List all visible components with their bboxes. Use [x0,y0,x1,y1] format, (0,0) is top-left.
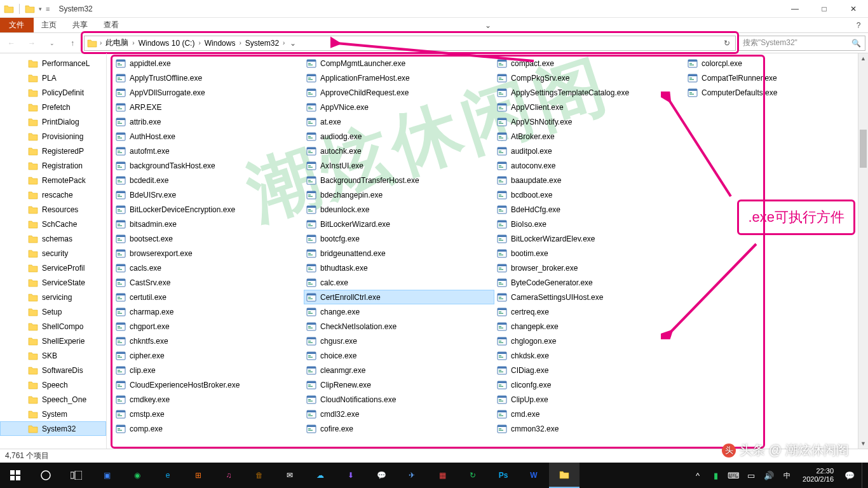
file-item[interactable]: change.exe [304,304,494,319]
tray-volume-icon[interactable]: 🔊 [763,470,775,481]
file-item[interactable]: browser_broker.exe [494,261,685,275]
tree-item[interactable]: PLA [0,71,106,85]
taskbar-app[interactable]: ✉ [275,463,305,488]
tray-ime-icon[interactable]: ⌨ [728,470,739,481]
scroll-down-icon[interactable]: ▼ [858,438,868,449]
file-item[interactable]: audiodg.exe [304,129,494,144]
breadcrumb[interactable]: Windows 10 (C:) [137,39,196,48]
file-item[interactable]: ARP.EXE [113,100,304,114]
file-item[interactable]: calc.exe [304,275,494,290]
up-button[interactable]: ↑ [64,35,81,51]
file-item[interactable]: cleanmgr.exe [304,363,494,377]
file-item[interactable]: autochk.exe [304,144,494,158]
file-item[interactable]: chglogon.exe [494,334,685,348]
file-item[interactable]: cliconfg.exe [494,377,685,392]
taskbar-explorer[interactable] [549,463,580,488]
ribbon-expand-icon[interactable]: ⌄ [478,18,498,32]
chevron-right-icon[interactable]: › [280,39,287,46]
navigation-tree[interactable]: PerformanceLPLAPolicyDefinitPrefetchPrin… [0,53,107,449]
tree-item[interactable]: Registration [0,158,106,173]
file-item[interactable]: auditpol.exe [494,144,685,158]
file-item[interactable]: bdechangepin.exe [304,187,494,202]
tree-item[interactable]: ShellExperie [0,334,106,348]
file-item[interactable]: CompMgmtLauncher.exe [304,56,494,71]
file-item[interactable]: chgusr.exe [304,334,494,348]
file-item[interactable]: bridgeunattend.exe [304,246,494,261]
tray-app-icon[interactable]: ▮ [710,470,721,481]
tree-item[interactable]: ServiceProfil [0,261,106,275]
tree-item[interactable]: Speech_One [0,392,106,407]
tree-item[interactable]: System32 [0,421,106,436]
file-item[interactable]: appidtel.exe [113,56,304,71]
file-item[interactable]: colorcpl.exe [685,56,868,71]
file-item[interactable]: AppVShNotify.exe [494,114,685,129]
file-item[interactable]: ApplyTrustOffline.exe [113,71,304,85]
tree-item[interactable]: RemotePack [0,173,106,187]
tab-share[interactable]: 共享 [65,18,96,32]
file-item[interactable]: CompPkgSrv.exe [494,71,685,85]
file-item[interactable]: clip.exe [113,363,304,377]
file-item[interactable]: CloudNotifications.exe [304,392,494,407]
file-item[interactable]: AxInstUI.exe [304,158,494,173]
file-item[interactable]: CheckNetIsolation.exe [304,319,494,334]
file-item[interactable]: ApplicationFrameHost.exe [304,71,494,85]
file-item[interactable]: cipher.exe [113,348,304,363]
file-item[interactable]: AppVDllSurrogate.exe [113,85,304,100]
chevron-right-icon[interactable]: › [97,39,104,46]
action-center-icon[interactable]: 💬 [844,470,855,481]
file-item[interactable]: BitLockerWizardElev.exe [494,231,685,246]
file-item[interactable]: BitLockerDeviceEncryption.exe [113,202,304,217]
file-item[interactable]: bcdedit.exe [113,173,304,187]
file-item[interactable]: compact.exe [494,56,685,71]
qat-dropdown-icon[interactable]: ▾ [37,6,43,12]
qat-icon[interactable] [25,4,35,14]
breadcrumb[interactable]: 此电脑 [104,37,130,48]
tray-up-icon[interactable]: ^ [692,470,703,481]
file-item[interactable]: chgport.exe [113,319,304,334]
tree-item[interactable]: SKB [0,348,106,363]
taskbar-app[interactable]: ⬇ [336,463,366,488]
tree-item[interactable]: PolicyDefinit [0,85,106,100]
file-item[interactable]: BdeUISrv.exe [113,187,304,202]
file-item[interactable]: cofire.exe [304,421,494,436]
file-item[interactable]: bthudtask.exe [304,261,494,275]
file-item[interactable]: bootsect.exe [113,231,304,246]
taskbar-app[interactable]: ✈ [397,463,427,488]
file-item[interactable]: CloudExperienceHostBroker.exe [113,377,304,392]
file-item[interactable]: changepk.exe [494,319,685,334]
breadcrumb[interactable]: System32 [244,39,280,48]
file-item[interactable]: AppVClient.exe [494,100,685,114]
file-item[interactable]: chkdsk.exe [494,348,685,363]
close-button[interactable]: ✕ [839,0,868,18]
taskbar-app[interactable]: ▦ [427,463,458,488]
forward-button[interactable]: → [23,35,41,51]
file-item[interactable]: ApproveChildRequest.exe [304,85,494,100]
taskbar-app[interactable]: Ps [488,463,519,488]
file-item[interactable]: BioIso.exe [494,217,685,231]
chevron-right-icon[interactable]: › [130,39,137,46]
tree-item[interactable]: security [0,246,106,261]
tree-item[interactable]: SoftwareDis [0,363,106,377]
refresh-icon[interactable]: ↻ [721,39,733,48]
ribbon-help-icon[interactable]: ? [849,18,868,32]
search-input[interactable]: 搜索"System32" 🔍 [738,36,865,51]
tree-item[interactable]: SchCache [0,217,106,231]
file-list[interactable]: appidtel.exeApplyTrustOffline.exeAppVDll… [107,53,868,449]
tree-item[interactable]: Resources [0,202,106,217]
recent-dropdown-icon[interactable]: ⌄ [43,35,61,51]
taskbar-app[interactable]: ↻ [458,463,488,488]
show-desktop-button[interactable] [862,463,865,488]
taskbar-app[interactable]: ▣ [92,463,122,488]
scrollbar-vertical[interactable]: ▲ ▼ [858,53,868,449]
scroll-up-icon[interactable]: ▲ [858,53,868,64]
taskbar-app[interactable]: ◉ [122,463,153,488]
file-item[interactable]: BdeHdCfg.exe [494,202,685,217]
file-item[interactable]: CastSrv.exe [113,275,304,290]
file-item[interactable]: AppVNice.exe [304,100,494,114]
file-item[interactable]: bootim.exe [494,246,685,261]
address-dropdown-icon[interactable]: ⌄ [287,39,299,48]
tray-lang-icon[interactable]: 中 [781,470,792,481]
file-item[interactable]: bcdboot.exe [494,187,685,202]
file-item[interactable]: backgroundTaskHost.exe [113,158,304,173]
taskbar-app[interactable]: 💬 [366,463,397,488]
